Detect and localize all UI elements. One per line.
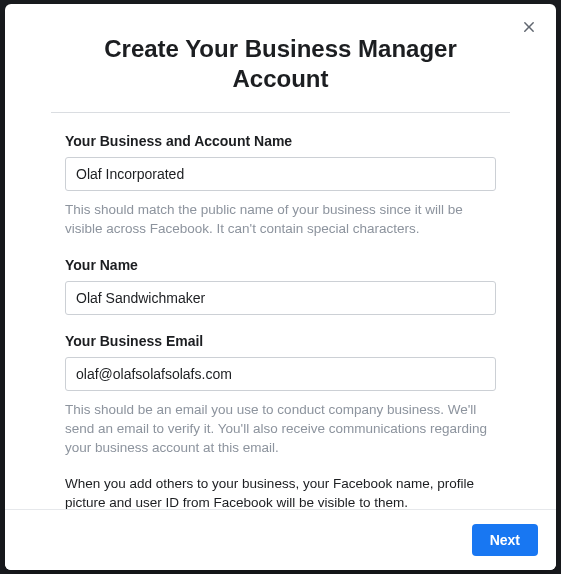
business-email-label: Your Business Email (65, 333, 496, 349)
visibility-info: When you add others to your business, yo… (65, 475, 496, 509)
business-name-input[interactable] (65, 157, 496, 191)
create-business-manager-modal: Create Your Business Manager Account You… (5, 4, 556, 570)
business-name-help: This should match the public name of you… (65, 201, 496, 239)
your-name-label: Your Name (65, 257, 496, 273)
business-name-label: Your Business and Account Name (65, 133, 496, 149)
header-divider (51, 112, 510, 113)
next-button[interactable]: Next (472, 524, 538, 556)
close-icon (520, 18, 538, 36)
your-name-input[interactable] (65, 281, 496, 315)
modal-footer: Next (5, 509, 556, 570)
close-button[interactable] (520, 18, 538, 36)
modal-title: Create Your Business Manager Account (91, 34, 471, 94)
modal-content: Create Your Business Manager Account You… (5, 4, 556, 509)
business-email-help: This should be an email you use to condu… (65, 401, 496, 458)
business-email-input[interactable] (65, 357, 496, 391)
